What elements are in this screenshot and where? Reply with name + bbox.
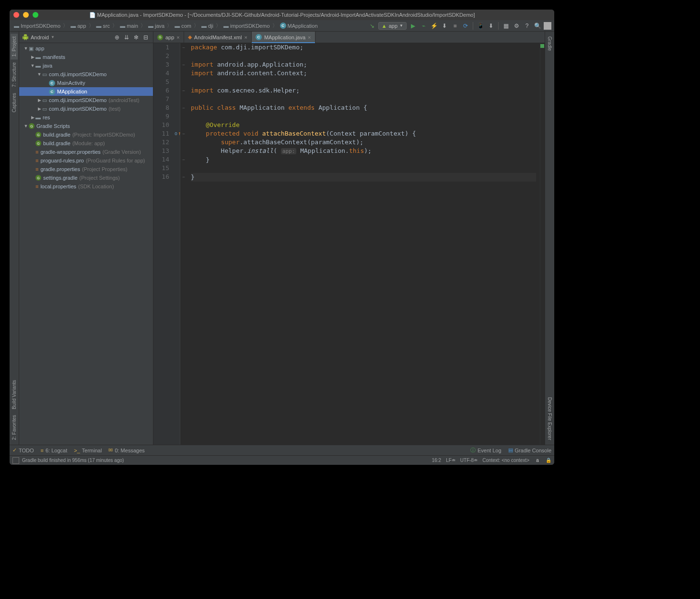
- close-window-button[interactable]: [13, 12, 19, 18]
- tree-row[interactable]: ≡gradle-wrapper.properties(Gradle Versio…: [19, 148, 153, 156]
- editor-tab[interactable]: CMApplication.java×: [252, 32, 315, 43]
- tool-window-tab[interactable]: Device File Explorer: [546, 394, 553, 443]
- bottom-tab[interactable]: ✉0: Messages: [108, 447, 144, 453]
- fold-handle[interactable]: −: [180, 155, 187, 164]
- code-area[interactable]: package com.dji.importSDKDemo; import an…: [187, 43, 540, 445]
- tool-window-tab[interactable]: Captures: [11, 90, 18, 115]
- fold-handle[interactable]: −: [180, 173, 187, 181]
- fold-handle[interactable]: [180, 121, 187, 129]
- tree-row[interactable]: ▼▬java: [19, 61, 153, 70]
- tree-arrow[interactable]: ▼: [23, 124, 29, 128]
- tree-row[interactable]: ▼▭com.dji.importSDKDemo: [19, 70, 153, 79]
- scroll-from-source-button[interactable]: ⊕: [113, 33, 121, 42]
- tree-row[interactable]: Gsettings.gradle(Project Settings): [19, 173, 153, 182]
- status-line-sep[interactable]: LF≐: [446, 458, 455, 463]
- tree-arrow[interactable]: ▶: [30, 115, 35, 120]
- run-config-selector[interactable]: ▲ app ▼: [378, 22, 407, 30]
- tree-arrow[interactable]: ▼: [30, 63, 35, 68]
- tree-row[interactable]: ≡local.properties(SDK Location): [19, 182, 153, 191]
- breadcrumb-item[interactable]: CMApplication: [279, 22, 319, 29]
- status-square-icon[interactable]: [12, 457, 19, 464]
- tool-window-tab[interactable]: 2: Favorites: [11, 412, 18, 443]
- tool-window-tab[interactable]: Build Variants: [11, 377, 18, 412]
- sdk-button[interactable]: ⬇: [487, 22, 495, 30]
- bottom-tab[interactable]: ✓TODO: [12, 447, 34, 453]
- profile-button[interactable]: ⚡: [430, 22, 438, 30]
- status-line-col[interactable]: 16:2: [432, 458, 441, 463]
- user-button[interactable]: [544, 22, 551, 30]
- sidebar-view-selector[interactable]: Android ▼: [22, 34, 55, 41]
- sidebar-settings-button[interactable]: ✻: [132, 33, 140, 42]
- status-inspect-icon[interactable]: a: [534, 458, 541, 463]
- tree-row[interactable]: ▼GGradle Scripts: [19, 122, 153, 130]
- fold-handle[interactable]: −: [180, 86, 187, 95]
- help-button[interactable]: ?: [523, 22, 531, 30]
- status-context[interactable]: Context: <no context>: [482, 458, 529, 463]
- fold-handle[interactable]: −: [180, 60, 187, 69]
- tree-row[interactable]: ≡proguard-rules.pro(ProGuard Rules for a…: [19, 156, 153, 165]
- tree-row[interactable]: ▶▬manifests: [19, 53, 153, 61]
- status-lock-icon[interactable]: 🔒: [546, 458, 551, 463]
- bottom-tab[interactable]: ≡6: Logcat: [41, 447, 68, 453]
- fold-handle[interactable]: [180, 52, 187, 60]
- tree-arrow[interactable]: ▼: [36, 72, 42, 77]
- breadcrumb-item[interactable]: ▬app: [69, 23, 87, 29]
- fold-handle[interactable]: [180, 164, 187, 173]
- editor-tab[interactable]: ◆AndroidManifest.xml×: [184, 32, 252, 43]
- zoom-window-button[interactable]: [33, 12, 38, 18]
- tree-arrow[interactable]: ▶: [36, 106, 42, 111]
- run-button[interactable]: ▶: [408, 22, 417, 30]
- fold-handle[interactable]: [180, 138, 187, 147]
- project-tree[interactable]: ▼▣app▶▬manifests▼▬java▼▭com.dji.importSD…: [19, 43, 153, 445]
- tree-arrow[interactable]: ▶: [36, 98, 42, 103]
- search-everywhere-button[interactable]: 🔍: [533, 22, 542, 30]
- collapse-all-button[interactable]: ⇊: [122, 33, 131, 42]
- settings-button[interactable]: ⚙: [512, 22, 521, 30]
- project-structure-button[interactable]: ▦: [502, 22, 510, 30]
- tree-row[interactable]: Gbuild.gradle(Module: app): [19, 139, 153, 148]
- breadcrumb-item[interactable]: ▬importSDKDemo: [222, 23, 271, 29]
- tree-row[interactable]: ▶▬res: [19, 113, 153, 122]
- close-tab-button[interactable]: ×: [308, 35, 311, 40]
- tree-row[interactable]: ≡gradle.properties(Project Properties): [19, 165, 153, 173]
- tree-row[interactable]: Gbuild.gradle(Project: ImportSDKDemo): [19, 130, 153, 139]
- tool-window-tab[interactable]: Gradle: [546, 34, 553, 54]
- editor-tab[interactable]: Gapp×: [153, 32, 184, 43]
- minimize-window-button[interactable]: [23, 12, 29, 18]
- fold-handle[interactable]: [180, 147, 187, 155]
- bottom-tab[interactable]: ▤Gradle Console: [508, 447, 551, 454]
- override-gutter-icon[interactable]: o: [175, 129, 177, 138]
- status-encoding[interactable]: UTF-8≐: [460, 458, 478, 463]
- breadcrumb-item[interactable]: ▬java: [147, 23, 166, 29]
- breadcrumb-item[interactable]: ▬main: [118, 23, 140, 29]
- attach-button[interactable]: ⬇: [440, 22, 449, 30]
- fold-handle[interactable]: [180, 78, 187, 86]
- bottom-tab[interactable]: ⓘEvent Log: [470, 447, 502, 454]
- tree-row[interactable]: CMainActivity: [19, 79, 153, 87]
- breadcrumb-item[interactable]: ▬ImportSDKDemo: [12, 23, 62, 29]
- fold-handle[interactable]: [180, 112, 187, 121]
- breadcrumb-item[interactable]: ▬src: [95, 23, 112, 29]
- tool-window-tab[interactable]: 7: Structure: [11, 59, 18, 90]
- tree-row[interactable]: ▶▭com.dji.importSDKDemo(androidTest): [19, 96, 153, 104]
- avd-button[interactable]: 📱: [476, 22, 485, 30]
- make-button[interactable]: ↘: [368, 22, 376, 30]
- breadcrumb-item[interactable]: ▬dji: [200, 23, 215, 29]
- close-tab-button[interactable]: ×: [176, 35, 179, 40]
- sync-button[interactable]: ⟳: [461, 22, 470, 30]
- tree-arrow[interactable]: ▼: [23, 46, 29, 51]
- close-tab-button[interactable]: ×: [244, 35, 247, 40]
- breadcrumb-item[interactable]: ▬com: [173, 23, 193, 29]
- tree-row[interactable]: ▼▣app: [19, 44, 153, 53]
- fold-handle[interactable]: −: [180, 104, 187, 112]
- error-stripe[interactable]: [540, 43, 545, 445]
- debug-button[interactable]: ⌁: [419, 22, 428, 30]
- fold-handle[interactable]: [180, 95, 187, 104]
- editor[interactable]: 12345678910111213141516 o ↑ −−−−−−− pack…: [153, 43, 545, 445]
- tool-window-tab[interactable]: 1: Project: [11, 34, 18, 59]
- tree-row[interactable]: CMApplication: [19, 87, 153, 96]
- bottom-tab[interactable]: >_Terminal: [74, 447, 102, 453]
- tree-arrow[interactable]: ▶: [30, 55, 35, 59]
- fold-handle[interactable]: [180, 69, 187, 78]
- fold-column[interactable]: −−−−−−−: [180, 43, 187, 445]
